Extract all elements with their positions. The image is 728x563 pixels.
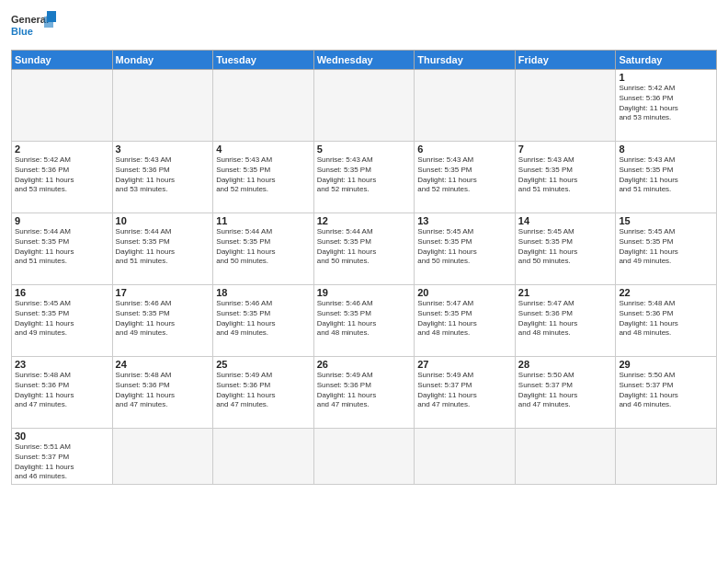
calendar-cell: 15Sunrise: 5:45 AM Sunset: 5:35 PM Dayli… <box>616 213 717 285</box>
day-number: 6 <box>417 144 512 155</box>
day-number: 21 <box>518 287 613 298</box>
day-number: 18 <box>216 287 311 298</box>
calendar-cell <box>313 429 415 485</box>
calendar-cell: 4Sunrise: 5:43 AM Sunset: 5:35 PM Daylig… <box>213 142 314 213</box>
day-number: 26 <box>317 359 412 370</box>
calendar-cell <box>515 429 616 485</box>
day-info: Sunrise: 5:43 AM Sunset: 5:35 PM Dayligh… <box>317 155 412 195</box>
day-number: 30 <box>15 431 109 442</box>
calendar-cell: 18Sunrise: 5:46 AM Sunset: 5:35 PM Dayli… <box>213 285 314 357</box>
day-info: Sunrise: 5:43 AM Sunset: 5:35 PM Dayligh… <box>518 155 613 195</box>
calendar-cell <box>415 429 516 485</box>
calendar-cell: 26Sunrise: 5:49 AM Sunset: 5:36 PM Dayli… <box>313 357 415 429</box>
calendar-day-header: Wednesday <box>313 51 415 70</box>
day-number: 1 <box>619 72 713 83</box>
day-info: Sunrise: 5:46 AM Sunset: 5:35 PM Dayligh… <box>116 299 210 339</box>
calendar-cell: 16Sunrise: 5:45 AM Sunset: 5:35 PM Dayli… <box>12 285 113 357</box>
calendar-cell <box>515 70 616 142</box>
calendar-cell: 25Sunrise: 5:49 AM Sunset: 5:36 PM Dayli… <box>213 357 314 429</box>
day-info: Sunrise: 5:49 AM Sunset: 5:36 PM Dayligh… <box>216 371 311 410</box>
header: General Blue <box>11 9 717 44</box>
svg-text:Blue: Blue <box>11 26 33 37</box>
calendar-cell: 8Sunrise: 5:43 AM Sunset: 5:35 PM Daylig… <box>616 142 717 213</box>
page: General Blue SundayMondayTuesdayWednesda… <box>0 0 728 563</box>
day-number: 11 <box>216 215 311 226</box>
svg-text:General: General <box>11 14 49 25</box>
calendar-cell: 10Sunrise: 5:44 AM Sunset: 5:35 PM Dayli… <box>112 213 213 285</box>
day-number: 8 <box>619 144 713 155</box>
calendar-cell: 3Sunrise: 5:43 AM Sunset: 5:36 PM Daylig… <box>112 142 213 213</box>
day-number: 17 <box>116 287 210 298</box>
calendar-day-header: Monday <box>112 51 213 70</box>
calendar-cell: 30Sunrise: 5:51 AM Sunset: 5:37 PM Dayli… <box>12 429 113 485</box>
calendar-cell: 13Sunrise: 5:45 AM Sunset: 5:35 PM Dayli… <box>415 213 516 285</box>
day-info: Sunrise: 5:43 AM Sunset: 5:35 PM Dayligh… <box>216 155 311 195</box>
day-number: 28 <box>518 359 613 370</box>
day-number: 20 <box>417 287 512 298</box>
calendar-cell <box>415 70 516 142</box>
day-info: Sunrise: 5:48 AM Sunset: 5:36 PM Dayligh… <box>619 299 713 339</box>
calendar-cell <box>616 429 717 485</box>
day-info: Sunrise: 5:47 AM Sunset: 5:35 PM Dayligh… <box>417 299 512 339</box>
day-info: Sunrise: 5:44 AM Sunset: 5:35 PM Dayligh… <box>317 227 412 267</box>
calendar-day-header: Sunday <box>12 51 113 70</box>
calendar-day-header: Saturday <box>616 51 717 70</box>
calendar-cell <box>112 429 213 485</box>
calendar-cell: 29Sunrise: 5:50 AM Sunset: 5:37 PM Dayli… <box>616 357 717 429</box>
day-info: Sunrise: 5:45 AM Sunset: 5:35 PM Dayligh… <box>417 227 512 267</box>
calendar-table: SundayMondayTuesdayWednesdayThursdayFrid… <box>11 50 717 485</box>
logo: General Blue <box>11 9 57 44</box>
day-info: Sunrise: 5:46 AM Sunset: 5:35 PM Dayligh… <box>216 299 311 339</box>
day-number: 9 <box>15 215 109 226</box>
logo-svg: General Blue <box>11 9 57 44</box>
calendar-cell: 6Sunrise: 5:43 AM Sunset: 5:35 PM Daylig… <box>415 142 516 213</box>
calendar-cell: 21Sunrise: 5:47 AM Sunset: 5:36 PM Dayli… <box>515 285 616 357</box>
svg-marker-3 <box>44 17 53 28</box>
calendar-cell <box>112 70 213 142</box>
calendar-cell: 23Sunrise: 5:48 AM Sunset: 5:36 PM Dayli… <box>12 357 113 429</box>
calendar-cell: 2Sunrise: 5:42 AM Sunset: 5:36 PM Daylig… <box>12 142 113 213</box>
calendar-cell: 22Sunrise: 5:48 AM Sunset: 5:36 PM Dayli… <box>616 285 717 357</box>
day-info: Sunrise: 5:50 AM Sunset: 5:37 PM Dayligh… <box>518 371 613 410</box>
calendar-cell: 28Sunrise: 5:50 AM Sunset: 5:37 PM Dayli… <box>515 357 616 429</box>
day-info: Sunrise: 5:48 AM Sunset: 5:36 PM Dayligh… <box>15 371 109 410</box>
calendar-day-header: Friday <box>515 51 616 70</box>
day-number: 16 <box>15 287 109 298</box>
day-info: Sunrise: 5:43 AM Sunset: 5:36 PM Dayligh… <box>116 155 210 195</box>
day-info: Sunrise: 5:46 AM Sunset: 5:35 PM Dayligh… <box>317 299 412 339</box>
day-info: Sunrise: 5:44 AM Sunset: 5:35 PM Dayligh… <box>216 227 311 267</box>
calendar-cell <box>313 70 415 142</box>
day-info: Sunrise: 5:42 AM Sunset: 5:36 PM Dayligh… <box>619 84 713 123</box>
calendar-cell: 14Sunrise: 5:45 AM Sunset: 5:35 PM Dayli… <box>515 213 616 285</box>
calendar-cell: 20Sunrise: 5:47 AM Sunset: 5:35 PM Dayli… <box>415 285 516 357</box>
calendar-cell: 7Sunrise: 5:43 AM Sunset: 5:35 PM Daylig… <box>515 142 616 213</box>
calendar-header-row: SundayMondayTuesdayWednesdayThursdayFrid… <box>12 51 717 70</box>
day-number: 29 <box>619 359 713 370</box>
day-number: 25 <box>216 359 311 370</box>
day-info: Sunrise: 5:44 AM Sunset: 5:35 PM Dayligh… <box>116 227 210 267</box>
calendar-cell: 24Sunrise: 5:48 AM Sunset: 5:36 PM Dayli… <box>112 357 213 429</box>
day-number: 2 <box>15 144 109 155</box>
day-number: 15 <box>619 215 713 226</box>
day-info: Sunrise: 5:43 AM Sunset: 5:35 PM Dayligh… <box>619 155 713 195</box>
calendar-cell: 9Sunrise: 5:44 AM Sunset: 5:35 PM Daylig… <box>12 213 113 285</box>
day-number: 13 <box>417 215 512 226</box>
calendar-cell <box>213 429 314 485</box>
calendar-cell <box>213 70 314 142</box>
day-number: 3 <box>116 144 210 155</box>
calendar-cell: 27Sunrise: 5:49 AM Sunset: 5:37 PM Dayli… <box>415 357 516 429</box>
day-info: Sunrise: 5:42 AM Sunset: 5:36 PM Dayligh… <box>15 155 109 195</box>
calendar-day-header: Thursday <box>415 51 516 70</box>
calendar-cell: 19Sunrise: 5:46 AM Sunset: 5:35 PM Dayli… <box>313 285 415 357</box>
day-info: Sunrise: 5:48 AM Sunset: 5:36 PM Dayligh… <box>116 371 210 410</box>
calendar-cell <box>12 70 113 142</box>
day-info: Sunrise: 5:44 AM Sunset: 5:35 PM Dayligh… <box>15 227 109 267</box>
day-number: 4 <box>216 144 311 155</box>
day-number: 14 <box>518 215 613 226</box>
day-info: Sunrise: 5:43 AM Sunset: 5:35 PM Dayligh… <box>417 155 512 195</box>
day-info: Sunrise: 5:51 AM Sunset: 5:37 PM Dayligh… <box>15 442 109 482</box>
calendar-day-header: Tuesday <box>213 51 314 70</box>
day-number: 10 <box>116 215 210 226</box>
day-number: 7 <box>518 144 613 155</box>
day-number: 12 <box>317 215 412 226</box>
